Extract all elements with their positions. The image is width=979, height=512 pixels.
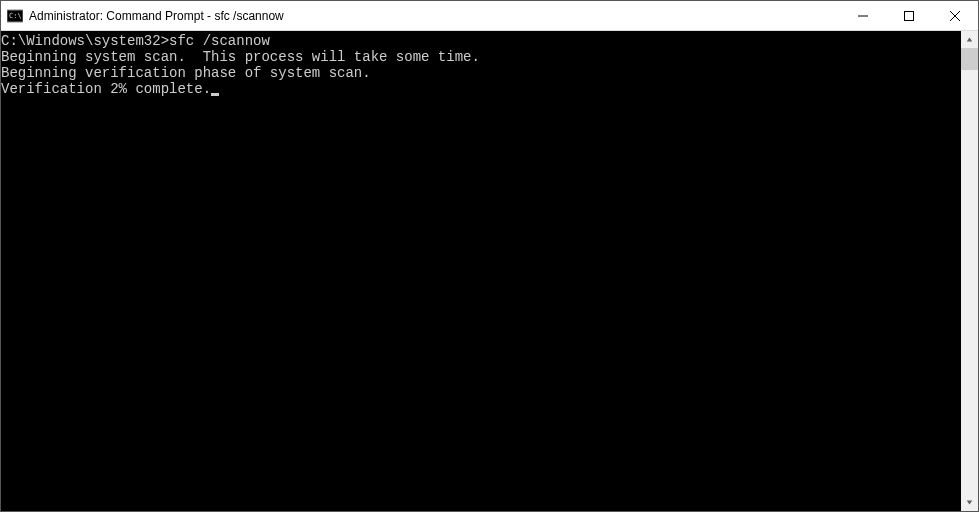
window-controls	[840, 1, 978, 30]
vertical-scrollbar[interactable]	[961, 31, 978, 511]
close-button[interactable]	[932, 1, 978, 30]
command-prompt-window: C:\ Administrator: Command Prompt - sfc …	[0, 0, 979, 512]
scroll-up-button[interactable]	[961, 31, 978, 48]
terminal-line: C:\Windows\system32>sfc /scannow	[1, 33, 961, 49]
titlebar[interactable]: C:\ Administrator: Command Prompt - sfc …	[1, 1, 978, 31]
scroll-down-button[interactable]	[961, 494, 978, 511]
command-text: sfc /scannow	[169, 33, 270, 49]
svg-marker-7	[967, 500, 973, 504]
terminal-line: Beginning system scan. This process will…	[1, 49, 961, 65]
verification-text: Verification 2% complete.	[1, 81, 211, 97]
content-area: C:\Windows\system32>sfc /scannowBeginnin…	[1, 31, 978, 511]
svg-text:C:\: C:\	[9, 12, 22, 20]
scroll-track[interactable]	[961, 48, 978, 494]
terminal-line: Beginning verification phase of system s…	[1, 65, 961, 81]
svg-rect-3	[905, 11, 914, 20]
cmd-icon: C:\	[7, 8, 23, 24]
terminal-line: Verification 2% complete.	[1, 81, 961, 97]
titlebar-left: C:\ Administrator: Command Prompt - sfc …	[7, 8, 284, 24]
window-title: Administrator: Command Prompt - sfc /sca…	[29, 9, 284, 23]
prompt-text: C:\Windows\system32>	[1, 33, 169, 49]
terminal-output[interactable]: C:\Windows\system32>sfc /scannowBeginnin…	[1, 31, 961, 511]
scroll-thumb[interactable]	[961, 48, 978, 70]
maximize-button[interactable]	[886, 1, 932, 30]
minimize-button[interactable]	[840, 1, 886, 30]
cursor	[211, 93, 219, 96]
svg-marker-6	[967, 37, 973, 41]
